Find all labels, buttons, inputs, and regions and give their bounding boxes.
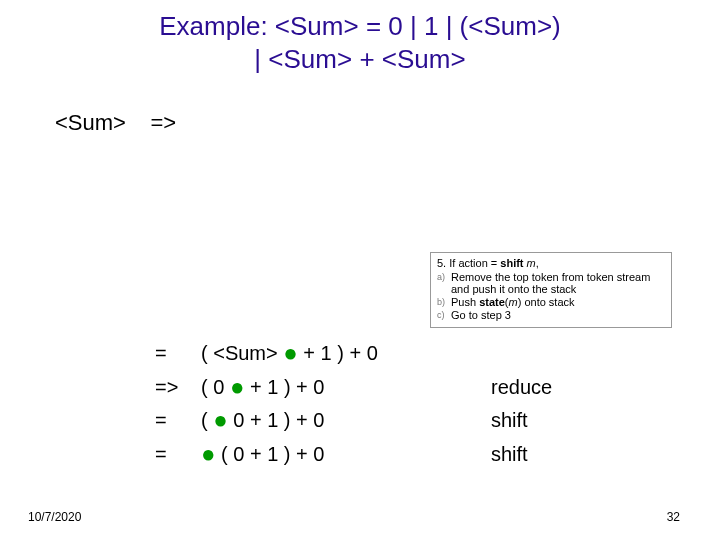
dot-icon: ● [230,373,245,400]
footer-page-number: 32 [667,510,680,524]
rule-text-prefix: If action = [449,257,500,269]
step-expr: ( ● 0 + 1 ) + 0 [201,402,491,436]
dot-icon: ● [283,339,298,366]
dot-icon: ● [201,440,216,467]
rule-sub-b: b) Push state(m) onto stack [437,296,665,308]
step-op: = [155,440,201,468]
rule-m: m [524,257,536,269]
action-shift-rule-box: 5. If action = shift m, a) Remove the to… [430,252,672,328]
rule-comma: , [536,257,539,269]
sub-letter-c: c) [437,309,451,321]
slide-title: Example: <Sum> = 0 | 1 | (<Sum>) | <Sum>… [0,10,720,75]
rule-sub-a: a) Remove the top token from token strea… [437,271,665,295]
rule-sub-c: c) Go to step 3 [437,309,665,321]
derivation-steps: = ( <Sum> ● + 1 ) + 0 => ( 0 ● + 1 ) + 0… [155,335,552,469]
footer-date: 10/7/2020 [28,510,81,524]
step-op: = [155,339,201,367]
title-line-1: Example: <Sum> = 0 | 1 | (<Sum>) [0,10,720,43]
sub-letter-b: b) [437,296,451,308]
step-row: = ( <Sum> ● + 1 ) + 0 [155,335,552,369]
title-line-2: | <Sum> + <Sum> [0,43,720,76]
sub-text-b: Push state(m) onto stack [451,296,665,308]
derivation-start: <Sum> => [55,110,176,136]
step-action: reduce [491,373,552,401]
step-op: = [155,406,201,434]
sub-text-a: Remove the top token from token stream a… [451,271,665,295]
sub-letter-a: a) [437,271,451,295]
step-action: shift [491,406,528,434]
slide: Example: <Sum> = 0 | 1 | (<Sum>) | <Sum>… [0,0,720,540]
sub-text-c: Go to step 3 [451,309,665,321]
dot-icon: ● [213,406,228,433]
rule-number: 5. [437,257,446,269]
rule-main-line: 5. If action = shift m, [437,257,665,269]
step-row: = ● ( 0 + 1 ) + 0 shift [155,436,552,470]
step-op: => [155,373,201,401]
lhs-symbol: <Sum> [55,110,126,135]
step-row: = ( ● 0 + 1 ) + 0 shift [155,402,552,436]
rule-shift-word: shift [500,257,523,269]
step-row: => ( 0 ● + 1 ) + 0 reduce [155,369,552,403]
step-expr: ( <Sum> ● + 1 ) + 0 [201,335,491,369]
step-expr: ( 0 ● + 1 ) + 0 [201,369,491,403]
step-action: shift [491,440,528,468]
derives-arrow: => [150,110,176,135]
step-expr: ● ( 0 + 1 ) + 0 [201,436,491,470]
